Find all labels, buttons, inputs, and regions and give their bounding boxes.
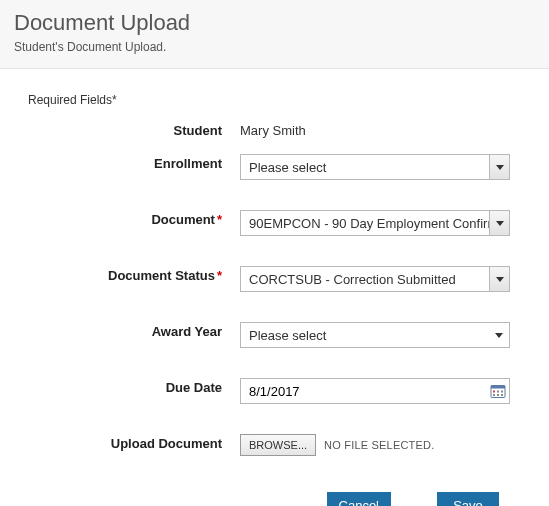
required-asterisk: * xyxy=(217,212,222,227)
document-upload-form: Required Fields* Student Mary Smith Enro… xyxy=(0,69,549,506)
svg-rect-4 xyxy=(501,391,503,393)
chevron-down-icon xyxy=(489,155,509,179)
svg-rect-5 xyxy=(493,394,495,396)
required-asterisk: * xyxy=(217,268,222,283)
label-document: Document* xyxy=(10,208,240,227)
award-year-select-value: Please select xyxy=(241,328,489,343)
label-upload-document: Upload Document xyxy=(10,432,240,451)
enrollment-select[interactable]: Please select xyxy=(240,154,510,180)
page-subtitle: Student's Document Upload. xyxy=(14,40,535,54)
document-status-select-value: CORCTSUB - Correction Submitted xyxy=(241,272,489,287)
row-upload-document: Upload Document BROWSE... NO FILE SELECT… xyxy=(10,432,539,456)
svg-rect-1 xyxy=(491,386,505,389)
row-award-year: Award Year Please select xyxy=(10,320,539,348)
svg-rect-6 xyxy=(497,394,499,396)
page-title: Document Upload xyxy=(14,10,535,36)
chevron-down-icon xyxy=(489,211,509,235)
row-due-date: Due Date xyxy=(10,376,539,404)
row-student: Student Mary Smith xyxy=(10,119,539,138)
row-document: Document* 90EMPCON - 90 Day Employment C… xyxy=(10,208,539,236)
document-select[interactable]: 90EMPCON - 90 Day Employment Confirmatio… xyxy=(240,210,510,236)
document-status-select[interactable]: CORCTSUB - Correction Submitted xyxy=(240,266,510,292)
browse-button[interactable]: BROWSE... xyxy=(240,434,316,456)
row-enrollment: Enrollment Please select xyxy=(10,152,539,180)
label-due-date: Due Date xyxy=(10,376,240,395)
due-date-input-wrap xyxy=(240,378,510,404)
required-fields-note: Required Fields* xyxy=(28,93,539,107)
label-enrollment: Enrollment xyxy=(10,152,240,171)
svg-rect-7 xyxy=(501,394,503,396)
due-date-input[interactable] xyxy=(241,380,487,402)
svg-rect-3 xyxy=(497,391,499,393)
cancel-button[interactable]: Cancel xyxy=(327,492,391,506)
calendar-icon[interactable] xyxy=(487,380,509,402)
save-button[interactable]: Save xyxy=(437,492,499,506)
svg-rect-2 xyxy=(493,391,495,393)
form-actions: Cancel Save xyxy=(10,492,539,506)
document-select-value: 90EMPCON - 90 Day Employment Confirmatio… xyxy=(241,216,489,231)
upload-file-control: BROWSE... NO FILE SELECTED. xyxy=(240,434,434,456)
row-document-status: Document Status* CORCTSUB - Correction S… xyxy=(10,264,539,292)
chevron-down-icon xyxy=(489,267,509,291)
student-value: Mary Smith xyxy=(240,121,306,138)
enrollment-select-value: Please select xyxy=(241,160,489,175)
label-document-status: Document Status* xyxy=(10,264,240,283)
label-award-year: Award Year xyxy=(10,320,240,339)
file-status-text: NO FILE SELECTED. xyxy=(324,439,434,451)
chevron-down-icon xyxy=(489,323,509,347)
label-student: Student xyxy=(10,119,240,138)
award-year-select[interactable]: Please select xyxy=(240,322,510,348)
page-header: Document Upload Student's Document Uploa… xyxy=(0,0,549,69)
